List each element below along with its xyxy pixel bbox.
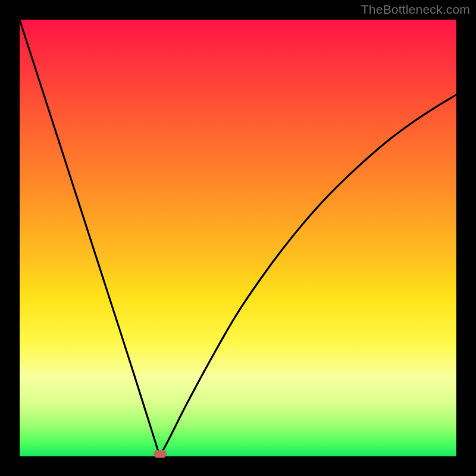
curve-path xyxy=(20,20,456,456)
watermark-text: TheBottleneck.com xyxy=(361,2,470,17)
bottleneck-curve xyxy=(20,20,456,456)
plot-area xyxy=(20,20,456,456)
chart-frame: TheBottleneck.com xyxy=(0,0,476,476)
optimal-marker xyxy=(154,450,167,458)
